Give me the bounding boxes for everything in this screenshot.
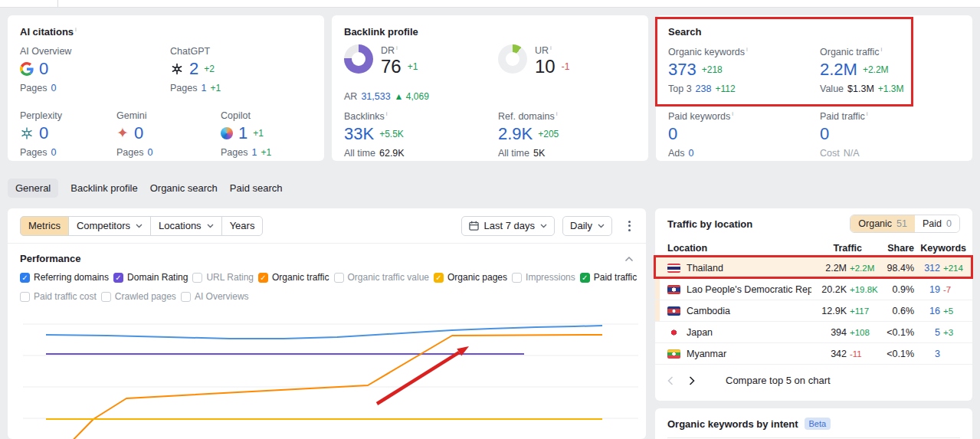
organic-keywords-value[interactable]: 373 xyxy=(668,60,696,80)
checkbox-domain-rating[interactable]: ✓Domain Rating xyxy=(113,272,188,283)
top3-value[interactable]: 238 xyxy=(696,84,712,94)
ai-citations-card: AI citationsi AI Overview 0 Pages0 ChatG… xyxy=(8,15,324,161)
metric-ai-overview: AI Overview 0 Pages0 xyxy=(20,46,71,93)
info-icon[interactable]: i xyxy=(881,46,883,53)
ur-donut-chart xyxy=(498,44,527,74)
filter-locations[interactable]: Locations xyxy=(150,216,222,236)
organic-traffic-value[interactable]: 2.2M xyxy=(820,60,857,80)
info-icon[interactable]: i xyxy=(396,44,398,51)
chevron-down-icon xyxy=(136,224,143,228)
tab-organic-search[interactable]: Organic search xyxy=(150,179,218,198)
dr-value: 76 xyxy=(381,56,402,77)
granularity-button[interactable]: Daily xyxy=(562,216,612,236)
prev-page-button[interactable] xyxy=(667,376,689,385)
ar-value[interactable]: 31,533 xyxy=(361,91,390,102)
metric-chatgpt: ChatGPT 2 +2 Pages1+1 xyxy=(170,46,221,93)
checkbox-organic-traffic-value[interactable]: Organic traffic value xyxy=(334,272,430,283)
paid-keywords-value[interactable]: 0 xyxy=(668,124,677,144)
location-table-header: Location Traffic Share Keywords xyxy=(655,239,972,257)
info-icon[interactable]: i xyxy=(550,44,552,51)
filter-years[interactable]: Years xyxy=(221,216,264,236)
checkbox-crawled-pages[interactable]: Crawled pages xyxy=(101,291,176,302)
chatgpt-icon xyxy=(170,62,184,76)
divider xyxy=(667,437,960,438)
pages-value[interactable]: 1 xyxy=(201,83,206,93)
next-page-button[interactable] xyxy=(689,376,710,385)
tab-backlink-profile[interactable]: Backlink profile xyxy=(70,179,137,198)
compare-top5-link[interactable]: Compare top 5 on chart xyxy=(726,375,831,386)
date-range-button[interactable]: Last 7 days xyxy=(461,216,556,236)
checkbox-referring-domains[interactable]: ✓Referring domains xyxy=(20,272,109,283)
traffic-by-location-title: Traffic by location xyxy=(667,218,752,230)
metric-paid-keywords: Paid keywordsi 0 Ads0 xyxy=(668,110,733,159)
gemini-value[interactable]: 0 xyxy=(134,123,143,143)
performance-chart-area[interactable] xyxy=(8,306,646,439)
info-icon[interactable]: i xyxy=(746,46,748,53)
keywords-by-intent-title: Organic keywords by intent xyxy=(667,418,798,430)
checkbox-url-rating[interactable]: URL Rating xyxy=(192,272,254,283)
metric-perplexity: Perplexity 0 Pages0 xyxy=(20,110,62,158)
location-row-thailand[interactable]: Thailand 2.2M+2.2M 98.4% 312+214 xyxy=(655,257,972,279)
filter-competitors[interactable]: Competitors xyxy=(68,216,151,236)
search-title: Search xyxy=(668,26,701,38)
backlink-profile-card: Backlink profile DRi 76+1 AR 31,533 ▲ 4,… xyxy=(332,15,648,161)
collapse-section-button[interactable] xyxy=(624,253,634,264)
copilot-value[interactable]: 1 xyxy=(238,123,247,143)
info-icon[interactable]: i xyxy=(556,110,558,117)
header-divider xyxy=(57,0,58,7)
tab-general[interactable]: General xyxy=(8,179,58,198)
laos-flag-icon xyxy=(667,285,680,294)
backlinks-value[interactable]: 33K xyxy=(344,124,374,144)
more-options-button[interactable] xyxy=(623,218,635,234)
location-row-cambodia[interactable]: Cambodia 12.9K+117 0.6% 16+5 xyxy=(655,300,972,322)
ur-value: 10 xyxy=(535,56,556,77)
location-row-japan[interactable]: Japan 394+108 <0.1% 5+3 xyxy=(655,322,972,343)
ai-citations-title: AI citationsi xyxy=(20,26,77,38)
toggle-organic[interactable]: Organic51 xyxy=(851,215,915,232)
pages-value[interactable]: 0 xyxy=(51,83,56,93)
metric-gemini: Gemini ✦ 0 Pages0 xyxy=(116,110,156,158)
location-row-laos[interactable]: Lao People's Democratic Reput 20.2K+19.8… xyxy=(655,279,972,300)
perplexity-icon xyxy=(20,126,34,140)
paid-traffic-value[interactable]: 0 xyxy=(820,124,829,144)
ai-overview-value[interactable]: 0 xyxy=(39,59,48,79)
pages-value[interactable]: 1 xyxy=(251,147,257,158)
info-icon[interactable]: i xyxy=(386,110,388,117)
tab-paid-search[interactable]: Paid search xyxy=(230,179,283,198)
checkbox-impressions[interactable]: Impressions xyxy=(512,272,575,283)
checkbox-organic-pages[interactable]: ✓Organic pages xyxy=(434,272,507,283)
chevron-down-icon xyxy=(540,224,547,228)
ref-domains-value[interactable]: 2.9K xyxy=(498,124,533,144)
checkbox-paid-traffic-cost[interactable]: Paid traffic cost xyxy=(20,291,97,302)
checkbox-paid-traffic[interactable]: ✓Paid traffic xyxy=(580,272,637,283)
pages-value[interactable]: 0 xyxy=(147,147,152,158)
metric-copilot: Copilot 1 +1 Pages1+1 xyxy=(221,110,271,158)
filter-metrics[interactable]: Metrics xyxy=(20,216,69,236)
chevron-down-icon xyxy=(207,224,214,228)
pages-value[interactable]: 0 xyxy=(51,147,56,158)
thailand-flag-icon xyxy=(667,264,680,273)
ads-value[interactable]: 0 xyxy=(689,148,694,159)
search-card: Search Organic keywordsi 373+218 Top 323… xyxy=(656,15,972,161)
chevron-down-icon xyxy=(598,224,605,228)
traffic-by-location-panel: Traffic by location Organic51 Paid0 Loca… xyxy=(655,208,972,401)
toggle-paid[interactable]: Paid0 xyxy=(915,215,959,232)
google-icon xyxy=(20,62,34,76)
chart-controls: Metrics Competitors Locations Years Last… xyxy=(8,208,646,244)
performance-chart xyxy=(8,306,646,439)
info-icon[interactable]: i xyxy=(867,110,868,117)
filter-group: Metrics Competitors Locations Years xyxy=(20,216,263,236)
performance-panel: Metrics Competitors Locations Years Last… xyxy=(8,208,646,439)
chatgpt-value[interactable]: 2 xyxy=(189,59,198,79)
organic-paid-toggle: Organic51 Paid0 xyxy=(850,215,960,233)
checkbox-organic-traffic[interactable]: ✓Organic traffic xyxy=(258,272,329,283)
perplexity-value[interactable]: 0 xyxy=(39,123,48,143)
cambodia-flag-icon xyxy=(667,306,680,316)
dr-donut-chart xyxy=(344,44,373,74)
location-row-myanmar[interactable]: Myanmar 342-11 <0.1% 3 xyxy=(655,343,972,365)
japan-flag-icon xyxy=(667,328,680,337)
checkbox-ai-overviews[interactable]: AI Overviews xyxy=(181,291,249,302)
info-icon[interactable]: i xyxy=(75,26,77,33)
calendar-icon xyxy=(469,221,479,231)
info-icon[interactable]: i xyxy=(732,110,733,117)
